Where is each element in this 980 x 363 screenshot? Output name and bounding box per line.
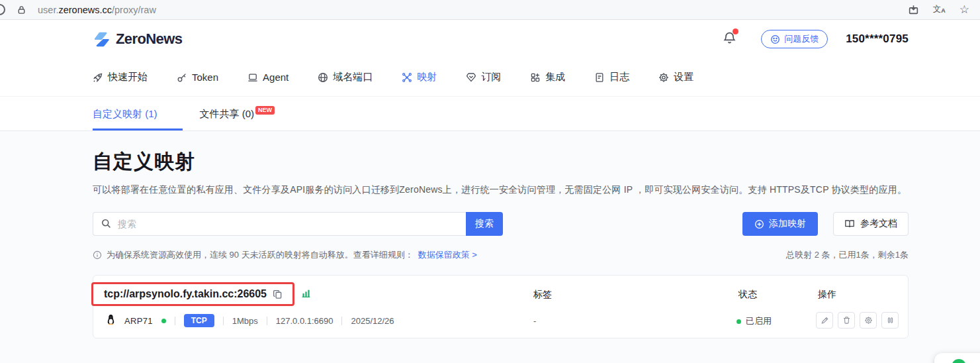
nav-label: 映射 (417, 71, 437, 83)
add-mapping-button[interactable]: 添加映射 (742, 212, 818, 236)
nav-label: 集成 (545, 71, 565, 83)
laptop-icon (247, 72, 258, 83)
feedback-button[interactable]: 问题反馈 (761, 30, 828, 48)
nav-logs[interactable]: 日志 (594, 71, 629, 83)
trash-icon (842, 316, 851, 325)
nav-quick-start[interactable]: 快速开始 (93, 71, 148, 83)
linux-penguin-icon (106, 314, 116, 327)
address-bar[interactable]: user.zeronews.cc/proxy/raw (38, 5, 156, 15)
download-icon[interactable] (908, 4, 919, 15)
add-mapping-label: 添加映射 (769, 218, 806, 230)
gear-icon (658, 72, 669, 83)
app-header: ZeroNews 问题反馈 150****0795 (0, 20, 980, 58)
nav-label: Agent (263, 72, 289, 83)
rocket-icon (93, 72, 103, 83)
nav-label: 日志 (609, 71, 629, 83)
delete-button[interactable] (838, 312, 855, 329)
column-header-actions: 操作 (818, 289, 836, 301)
url-path: /proxy/raw (112, 5, 156, 15)
pause-button[interactable] (881, 312, 899, 329)
tab-label: 自定义映射 (1) (93, 108, 157, 119)
data-retention-policy-link[interactable]: 数据保留政策 > (418, 249, 477, 261)
search-button[interactable]: 搜索 (466, 212, 503, 236)
sub-tabs: 自定义映射 (1) 文件共享 (0)NEW (0, 96, 980, 131)
url-subdomain: user. (38, 5, 58, 15)
account-phone[interactable]: 150****0795 (846, 32, 909, 46)
nav-label: Token (192, 72, 218, 83)
bandwidth-value: 1Mbps (232, 316, 258, 326)
tab-label: 文件共享 (0) (200, 108, 255, 119)
reload-icon[interactable] (0, 4, 5, 15)
page-description: 可以将部署在任意位置的私有应用、文件分享及API服务的访问入口迁移到ZeroNe… (93, 184, 909, 196)
reference-docs-button[interactable]: 参考文档 (833, 212, 909, 236)
tag-value: - (533, 316, 536, 326)
nav-subscription[interactable]: 订阅 (466, 71, 501, 83)
grid-plus-icon (530, 72, 541, 83)
chat-status-icon (952, 359, 966, 363)
column-header-tag: 标签 (533, 289, 552, 301)
key-icon (177, 72, 187, 83)
pause-icon (886, 316, 895, 325)
separator (223, 317, 224, 325)
mapping-url-highlight: tcp://arpsynolo.fy.takin.cc:26605 (91, 282, 294, 306)
logo-bolt-icon (93, 30, 111, 48)
feedback-label: 问题反馈 (784, 33, 819, 45)
edit-button[interactable] (816, 312, 833, 329)
nav-mapping[interactable]: 映射 (402, 71, 437, 83)
toolbar: 搜索 添加映射 参考文档 (93, 212, 909, 236)
row-settings-button[interactable] (860, 312, 877, 329)
search-icon (101, 218, 112, 232)
mapping-url[interactable]: tcp://arpsynolo.fy.takin.cc:26605 (104, 288, 267, 300)
nav-label: 域名端口 (333, 71, 373, 83)
main-content: 自定义映射 可以将部署在任意位置的私有应用、文件分享及API服务的访问入口迁移到… (0, 131, 980, 363)
notifications-bell-icon[interactable] (723, 31, 736, 47)
protocol-badge: TCP (184, 314, 214, 327)
bookmark-star-icon[interactable]: ☆ (959, 4, 969, 15)
local-address: 127.0.0.1:6690 (276, 316, 334, 326)
quota-summary: 总映射 2 条，已用1条，剩余1条 (786, 249, 909, 261)
page-title: 自定义映射 (93, 131, 909, 176)
zeronews-logo[interactable]: ZeroNews (93, 30, 182, 48)
lock-icon[interactable] (17, 5, 26, 15)
gem-icon (466, 72, 476, 83)
document-icon (594, 72, 605, 83)
nav-settings[interactable]: 设置 (658, 71, 693, 83)
smiley-icon (770, 34, 780, 44)
tab-custom-mapping[interactable]: 自定义映射 (1) (93, 108, 183, 130)
expiry-date: 2025/12/26 (351, 316, 394, 326)
globe-icon (318, 72, 328, 83)
nav-agent[interactable]: Agent (247, 72, 289, 83)
mapping-meta: ARP71 TCP 1Mbps 127.0.0.1:6690 2025/12/2… (106, 314, 394, 327)
main-nav: 快速开始 Token Agent 域名端口 映射 订阅 (0, 58, 980, 96)
gear-icon (864, 316, 873, 325)
info-icon (93, 250, 102, 260)
nav-integrations[interactable]: 集成 (530, 71, 565, 83)
hub-icon (402, 72, 412, 83)
tab-file-share[interactable]: 文件共享 (0)NEW (200, 108, 275, 130)
nav-label: 订阅 (481, 71, 501, 83)
copy-icon[interactable] (273, 289, 283, 299)
agent-name: ARP71 (124, 316, 153, 326)
mapping-row-card: tcp://arpsynolo.fy.takin.cc:26605 标签 状态 … (93, 275, 909, 338)
retention-notice: 为确保系统资源高效使用，连续 90 天未活跃的映射将自动释放。查看详细规则： 数… (93, 249, 909, 261)
browser-chrome: user.zeronews.cc/proxy/raw 文A ☆ (0, 0, 980, 20)
column-header-status: 状态 (738, 289, 757, 301)
new-badge: NEW (255, 106, 275, 115)
separator (341, 317, 342, 325)
nav-label: 快速开始 (108, 71, 148, 83)
support-chat-widget[interactable] (934, 353, 980, 363)
status-dot (736, 319, 741, 324)
nav-label: 设置 (674, 71, 693, 83)
nav-token[interactable]: Token (177, 72, 218, 83)
docs-label: 参考文档 (860, 218, 897, 230)
status-label: 已启用 (746, 315, 772, 327)
notification-dot (733, 28, 738, 34)
translate-icon[interactable]: 文A (933, 5, 946, 14)
row-actions (816, 312, 899, 329)
notice-text: 为确保系统资源高效使用，连续 90 天未活跃的映射将自动释放。查看详细规则： (107, 249, 414, 261)
traffic-chart-icon[interactable] (300, 287, 312, 301)
book-icon (844, 219, 855, 229)
plus-circle-icon (754, 219, 764, 229)
search-input[interactable] (93, 212, 466, 236)
nav-domain-port[interactable]: 域名端口 (318, 71, 373, 83)
